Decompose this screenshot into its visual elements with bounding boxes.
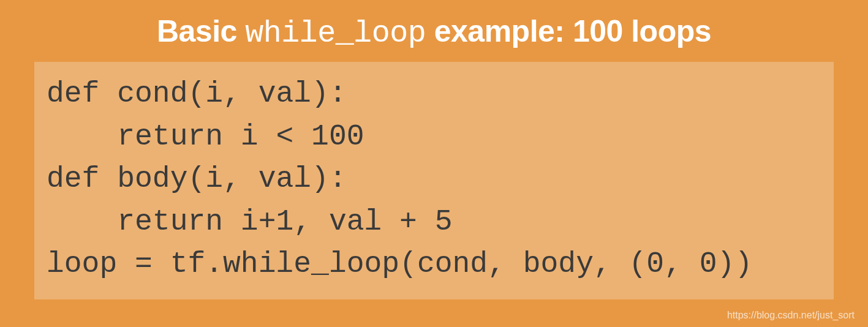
title-code-word: while_loop [245, 16, 426, 51]
code-line-3: def body(i, val): [47, 162, 347, 195]
code-line-5: loop = tf.while_loop(cond, body, (0, 0)) [47, 247, 752, 280]
code-block: def cond(i, val): return i < 100 def bod… [34, 62, 834, 299]
title-part1: Basic [157, 14, 245, 48]
slide-title: Basic while_loop example: 100 loops [0, 0, 868, 62]
code-line-4: return i+1, val + 5 [47, 205, 453, 238]
watermark-text: https://blog.csdn.net/just_sort [727, 310, 855, 321]
title-part2: example: 100 loops [426, 14, 711, 48]
code-line-2: return i < 100 [47, 120, 364, 153]
code-line-1: def cond(i, val): [47, 77, 347, 110]
